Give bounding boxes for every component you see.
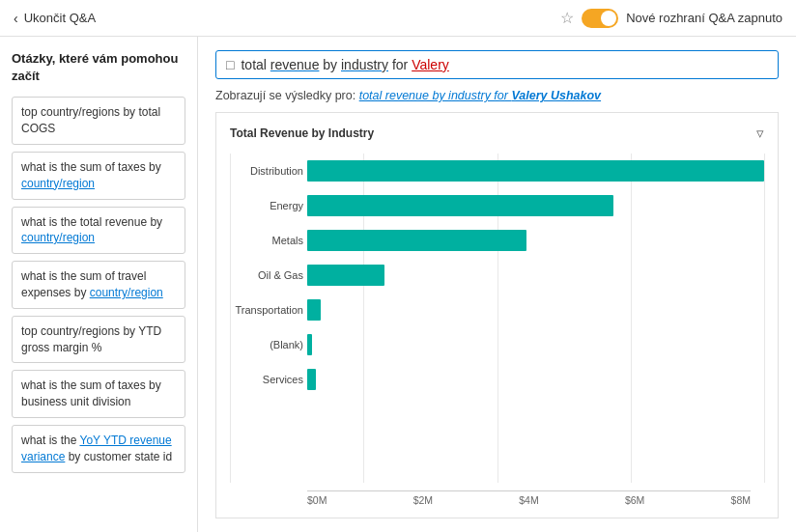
bar-track-3 [307,265,764,286]
bar-row-2: Metals [307,223,764,258]
bar-row-1: Energy [307,188,764,223]
sidebar-item-1-text: top country/regions by total COGS [21,105,160,135]
bar-label-4: Transportation [228,304,303,316]
bar-fill-4 [307,299,321,321]
sidebar-item-6[interactable]: what is the sum of taxes by business uni… [12,370,185,418]
sidebar-item-2[interactable]: what is the sum of taxes by country/regi… [12,152,185,200]
word-valery: Valery [412,57,449,72]
sidebar-item-3[interactable]: what is the total revenue by country/reg… [12,207,185,255]
sidebar-item-4-text: what is the sum of travel expenses by co… [21,269,163,299]
bar-track-6 [307,369,764,390]
results-prefix: Zobrazují se výsledky pro: [215,89,355,102]
bar-fill-5 [307,334,312,355]
x-axis: $0M$2M$4M$6M$8M [307,490,751,506]
bar-track-1 [307,195,764,216]
sidebar-item-6-text: what is the sum of taxes by business uni… [21,378,161,408]
topbar-left: ‹ Ukončit Q&A [14,11,96,26]
search-query: total revenue by industry for Valery [241,57,448,72]
bar-track-2 [307,230,764,251]
sidebar-item-2-text: what is the sum of taxes by country/regi… [21,160,161,190]
topbar-right: ☆ Nové rozhraní Q&A zapnuto [560,9,782,28]
chart-title: Total Revenue by Industry [230,126,764,140]
sidebar-item-4[interactable]: what is the sum of travel expenses by co… [12,261,185,309]
bar-chart: DistributionEnergyMetalsOil & GasTranspo… [230,154,764,506]
bar-label-0: Distribution [228,165,303,177]
bar-track-0 [307,160,764,182]
star-icon[interactable]: ☆ [560,9,574,27]
bar-label-3: Oil & Gas [228,269,303,281]
bar-label-2: Metals [228,235,303,246]
bar-label-5: (Blank) [228,339,303,350]
sidebar-item-5[interactable]: top country/regions by YTD gross margin … [12,316,185,364]
back-label[interactable]: Ukončit Q&A [24,11,96,25]
search-box[interactable]: □ total revenue by industry for Valery [215,50,779,79]
topbar: ‹ Ukončit Q&A ☆ Nové rozhraní Q&A zapnut… [0,0,796,37]
word-revenue: revenue [270,57,320,72]
chat-icon: □ [226,57,234,72]
sidebar-item-3-text: what is the total revenue by country/reg… [21,215,162,245]
chart-container: Total Revenue by Industry ▿ Distribution… [215,112,779,518]
bar-row-5: (Blank) [307,327,764,362]
bar-track-5 [307,334,764,355]
x-axis-label-0: $0M [307,494,327,506]
bar-label-1: Energy [228,200,303,211]
new-ui-toggle[interactable] [582,9,618,28]
x-axis-label-4: $8M [731,494,751,506]
sidebar-item-7[interactable]: what is the YoY YTD revenue variance by … [12,425,185,473]
bar-fill-1 [307,195,613,216]
results-label: Zobrazují se výsledky pro: total revenue… [215,89,779,102]
toggle-knob [601,11,616,26]
bar-row-3: Oil & Gas [307,258,764,293]
result-link-bold: Valery Ushakov [511,89,601,102]
bar-fill-3 [307,265,384,286]
gridline-100 [764,154,765,483]
sidebar-item-5-text: top country/regions by YTD gross margin … [21,324,161,354]
bar-fill-0 [307,160,764,182]
x-axis-label-3: $6M [625,494,644,506]
x-axis-label-2: $4M [519,494,538,506]
main-content: Otázky, které vám pomohou začít top coun… [0,37,796,532]
bar-label-6: Services [228,374,303,385]
bar-row-4: Transportation [307,293,764,327]
sidebar-title: Otázky, které vám pomohou začít [12,50,185,85]
sidebar: Otázky, které vám pomohou začít top coun… [0,37,198,532]
bar-fill-2 [307,230,526,251]
result-link-normal: total revenue by industry for [359,89,512,102]
bar-fill-6 [307,369,316,390]
results-link[interactable]: total revenue by industry for Valery Ush… [359,89,601,102]
back-chevron-icon[interactable]: ‹ [14,11,18,26]
sidebar-item-1[interactable]: top country/regions by total COGS [12,97,185,145]
right-panel: □ total revenue by industry for Valery Z… [198,37,796,532]
bar-row-0: Distribution [307,154,764,188]
sidebar-item-7-text: what is the YoY YTD revenue variance by … [21,434,172,463]
word-industry: industry [341,57,388,72]
bar-row-6: Services [307,362,764,397]
filter-icon[interactable]: ▿ [756,125,764,142]
x-axis-label-1: $2M [413,494,433,506]
bar-track-4 [307,299,764,321]
toggle-label: Nové rozhraní Q&A zapnuto [626,11,782,25]
